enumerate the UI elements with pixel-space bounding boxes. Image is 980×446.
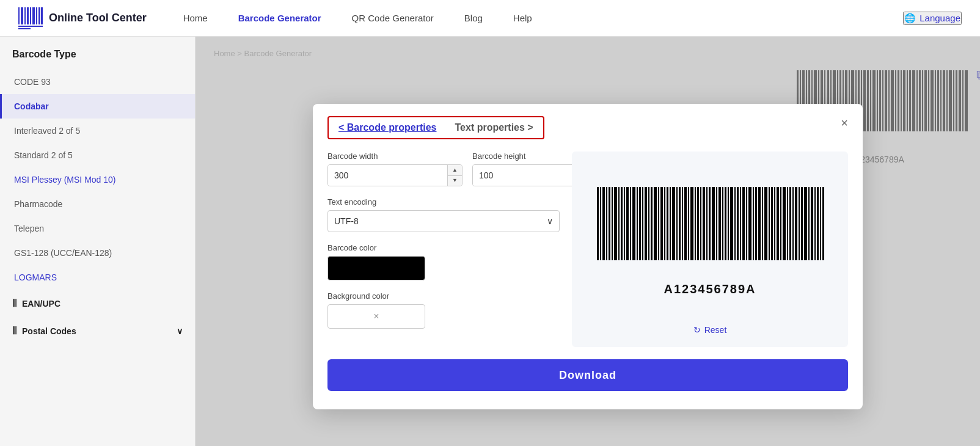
- logo-area: Online Tool Center: [18, 7, 147, 29]
- svg-rect-70: [606, 187, 607, 260]
- sidebar-item-codabar[interactable]: Codabar: [0, 94, 195, 119]
- svg-rect-105: [712, 187, 715, 260]
- svg-rect-127: [780, 187, 781, 260]
- sidebar-group-ean-label: EAN/UPC: [22, 299, 60, 309]
- tab-text-properties[interactable]: Text properties >: [455, 122, 533, 133]
- sidebar-item-msi[interactable]: MSI Plessey (MSI Mod 10): [0, 167, 195, 192]
- svg-rect-102: [703, 187, 705, 260]
- sidebar-group-postal[interactable]: ⦀ Postal Codes ∨: [0, 317, 195, 345]
- svg-rect-93: [676, 187, 678, 260]
- svg-rect-83: [645, 187, 647, 260]
- sidebar-item-code93[interactable]: CODE 93: [0, 70, 195, 94]
- svg-rect-115: [742, 187, 745, 260]
- nav-home[interactable]: Home: [183, 13, 208, 23]
- modal-close-button[interactable]: ×: [841, 116, 848, 130]
- reset-button[interactable]: ↻ Reset: [693, 325, 727, 335]
- form-panel: Barcode width ▲ ▼ Barcode height: [327, 152, 560, 347]
- logo-barcode-icon: [18, 7, 43, 29]
- text-encoding-label: Text encoding: [327, 197, 560, 207]
- svg-rect-123: [769, 187, 770, 260]
- svg-rect-121: [762, 187, 763, 260]
- preview-panel: A123456789A ↻ Reset: [572, 152, 848, 347]
- download-section: Download: [313, 347, 863, 391]
- background-color-input[interactable]: ×: [327, 304, 425, 329]
- svg-rect-114: [740, 187, 741, 260]
- svg-rect-136: [808, 187, 810, 260]
- postal-chevron-icon: ∨: [177, 326, 183, 336]
- svg-rect-2: [24, 7, 26, 24]
- sidebar-group-postal-label: Postal Codes: [22, 326, 76, 336]
- sidebar-item-interleaved[interactable]: Interleaved 2 of 5: [0, 119, 195, 143]
- svg-rect-77: [626, 187, 629, 260]
- svg-rect-99: [695, 187, 696, 260]
- sidebar-item-logmars[interactable]: LOGMARS: [0, 265, 195, 290]
- sidebar-item-pharmacode[interactable]: Pharmacode: [0, 192, 195, 216]
- background-color-label: Background color: [327, 291, 560, 301]
- svg-rect-72: [612, 187, 613, 260]
- site-title: Online Tool Center: [49, 12, 147, 24]
- svg-rect-124: [771, 187, 773, 260]
- svg-rect-103: [706, 187, 708, 260]
- tab-barcode-properties[interactable]: < Barcode properties: [338, 122, 437, 133]
- svg-rect-120: [758, 187, 761, 260]
- reset-label: Reset: [704, 325, 727, 335]
- width-increment-button[interactable]: ▲: [448, 165, 462, 176]
- ean-barcode-icon: ⦀: [12, 297, 17, 310]
- svg-rect-79: [632, 187, 635, 260]
- reset-icon: ↻: [693, 325, 701, 335]
- encoding-chevron-icon: ∨: [547, 216, 553, 226]
- sidebar-item-standard2of5[interactable]: Standard 2 of 5: [0, 143, 195, 167]
- svg-rect-98: [690, 187, 693, 260]
- language-button[interactable]: 🌐 Language: [903, 12, 962, 25]
- svg-rect-76: [624, 187, 625, 260]
- width-decrement-button[interactable]: ▼: [448, 176, 462, 186]
- svg-rect-137: [811, 187, 813, 260]
- nav-help[interactable]: Help: [513, 13, 532, 23]
- svg-rect-128: [783, 187, 786, 260]
- dimensions-row: Barcode width ▲ ▼ Barcode height: [327, 152, 560, 186]
- sidebar: Barcode Type CODE 93 Codabar Interleaved…: [0, 37, 196, 446]
- header-right: 🌐 Language: [903, 12, 962, 25]
- download-button[interactable]: Download: [327, 359, 848, 391]
- svg-rect-118: [753, 187, 754, 260]
- svg-rect-116: [746, 187, 747, 260]
- svg-rect-135: [804, 187, 807, 260]
- svg-rect-132: [795, 187, 797, 260]
- svg-rect-130: [789, 187, 791, 260]
- svg-rect-78: [630, 187, 631, 260]
- sidebar-group-ean[interactable]: ⦀ EAN/UPC: [0, 290, 195, 317]
- svg-rect-10: [18, 28, 31, 29]
- svg-rect-109: [725, 187, 726, 260]
- svg-rect-0: [18, 7, 20, 24]
- svg-rect-86: [654, 187, 657, 260]
- svg-rect-125: [774, 187, 775, 260]
- svg-rect-140: [820, 187, 821, 260]
- svg-rect-90: [667, 187, 668, 260]
- svg-rect-97: [688, 187, 689, 260]
- barcode-width-input[interactable]: [328, 165, 447, 186]
- sidebar-item-gs1[interactable]: GS1-128 (UCC/EAN-128): [0, 241, 195, 265]
- svg-rect-87: [658, 187, 659, 260]
- barcode-width-input-wrap: ▲ ▼: [327, 164, 463, 186]
- nav-blog[interactable]: Blog: [464, 13, 483, 23]
- bg-color-clear-icon[interactable]: ×: [373, 311, 379, 322]
- barcode-width-group: Barcode width ▲ ▼: [327, 152, 463, 186]
- svg-rect-5: [32, 7, 35, 24]
- sidebar-item-telepen[interactable]: Telepen: [0, 216, 195, 241]
- main-area: Home > Barcode Generator: [196, 37, 980, 446]
- svg-rect-74: [618, 187, 620, 260]
- nav-qr-generator[interactable]: QR Code Generator: [352, 13, 434, 23]
- nav-barcode-generator[interactable]: Barcode Generator: [238, 13, 321, 23]
- svg-rect-141: [822, 187, 824, 260]
- svg-rect-101: [700, 187, 701, 260]
- barcode-width-label: Barcode width: [327, 152, 463, 161]
- svg-rect-9: [18, 26, 43, 27]
- text-encoding-select[interactable]: UTF-8 ∨: [327, 210, 560, 232]
- svg-rect-89: [664, 187, 665, 260]
- barcode-color-swatch[interactable]: [327, 256, 425, 280]
- svg-rect-131: [792, 187, 794, 260]
- globe-icon: 🌐: [904, 13, 916, 24]
- svg-rect-96: [684, 187, 687, 260]
- svg-rect-100: [697, 187, 699, 260]
- svg-rect-75: [621, 187, 623, 260]
